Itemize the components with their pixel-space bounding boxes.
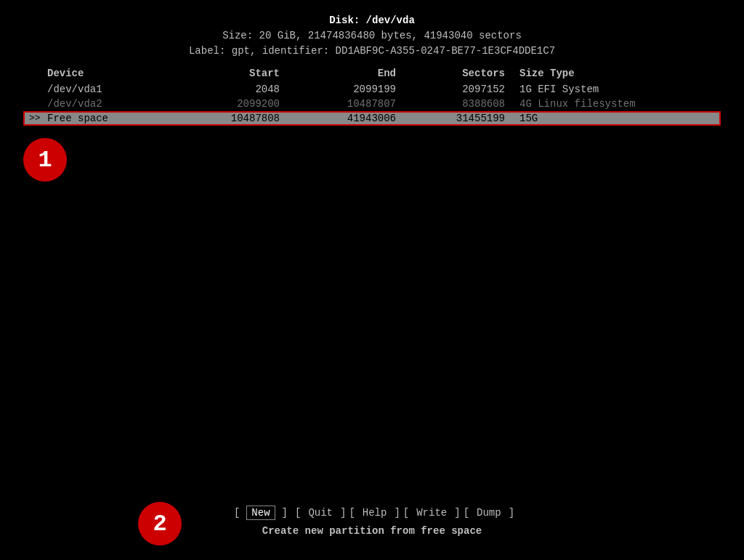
- row-end: 10487807: [294, 98, 411, 110]
- row-end: 2099199: [294, 84, 411, 95]
- table-header: Device Start End Sectors Size Type: [23, 66, 721, 81]
- terminal-screen: Disk: /dev/vda Size: 20 GiB, 21474836480…: [0, 13, 744, 560]
- row-indicator: [29, 98, 47, 110]
- menu-sep-8: ]: [509, 507, 514, 519]
- header-end: End: [294, 68, 411, 79]
- menu-bar: [ New ] [ Quit ] [ Help ] [ Write ] [ Du…: [0, 506, 744, 519]
- header-device: Device: [47, 68, 178, 79]
- menu-bracket-close: ]: [278, 506, 292, 519]
- header-indicator: [29, 68, 47, 79]
- status-text: Create new partition from free space: [0, 525, 744, 537]
- row-start: 2099200: [178, 98, 294, 110]
- row-indicator: >>: [29, 113, 47, 124]
- table-row[interactable]: /dev/vda1 2048 2099199 2097152 1G EFI Sy…: [23, 82, 721, 97]
- menu-item-write[interactable]: Write: [412, 506, 451, 519]
- row-device: Free space: [47, 113, 178, 124]
- disk-title: Disk: /dev/vda: [0, 13, 744, 28]
- menu-item-new[interactable]: New: [247, 506, 274, 519]
- menu-item-help[interactable]: Help: [358, 506, 392, 519]
- row-size-type: 4G Linux filesystem: [519, 98, 708, 110]
- row-size-type: 1G EFI System: [519, 84, 708, 95]
- annotation-badge-1: 1: [23, 138, 67, 182]
- partition-table: Device Start End Sectors Size Type /dev/…: [23, 66, 721, 126]
- menu-sep-2: ]: [340, 507, 346, 519]
- menu-item-dump[interactable]: Dump: [472, 506, 506, 519]
- header-sectors: Sectors: [411, 68, 519, 79]
- row-end: 41943006: [294, 113, 411, 124]
- row-sectors: 2097152: [411, 84, 519, 95]
- menu-sep-6: ]: [454, 507, 460, 519]
- disk-label-line: Label: gpt, identifier: DD1ABF9C-A355-02…: [0, 44, 744, 59]
- row-device: /dev/vda2: [47, 98, 178, 110]
- menu-sep-7: [: [464, 507, 469, 519]
- row-device: /dev/vda1: [47, 84, 178, 95]
- menu-sep-5: [: [403, 507, 409, 519]
- table-row-selected[interactable]: >> Free space 10487808 41943006 31455199…: [23, 111, 721, 126]
- header-start: Start: [178, 68, 294, 79]
- row-sectors: 31455199: [411, 113, 519, 124]
- disk-info: Disk: /dev/vda Size: 20 GiB, 21474836480…: [0, 13, 744, 59]
- row-start: 10487808: [178, 113, 294, 124]
- header-size-type: Size Type: [519, 68, 708, 79]
- bottom-bar: [ New ] [ Quit ] [ Help ] [ Write ] [ Du…: [0, 506, 744, 537]
- menu-bracket-open: [: [230, 506, 244, 519]
- row-start: 2048: [178, 84, 294, 95]
- row-sectors: 8388608: [411, 98, 519, 110]
- disk-size-line: Size: 20 GiB, 21474836480 bytes, 4194304…: [0, 28, 744, 44]
- menu-sep-4: ]: [394, 507, 400, 519]
- menu-sep-3: [: [349, 507, 355, 519]
- menu-sep-1: [: [295, 507, 301, 519]
- menu-item-quit[interactable]: Quit: [304, 506, 337, 519]
- row-indicator: [29, 84, 47, 95]
- table-row[interactable]: /dev/vda2 2099200 10487807 8388608 4G Li…: [23, 97, 721, 111]
- row-size-type: 15G: [519, 113, 708, 124]
